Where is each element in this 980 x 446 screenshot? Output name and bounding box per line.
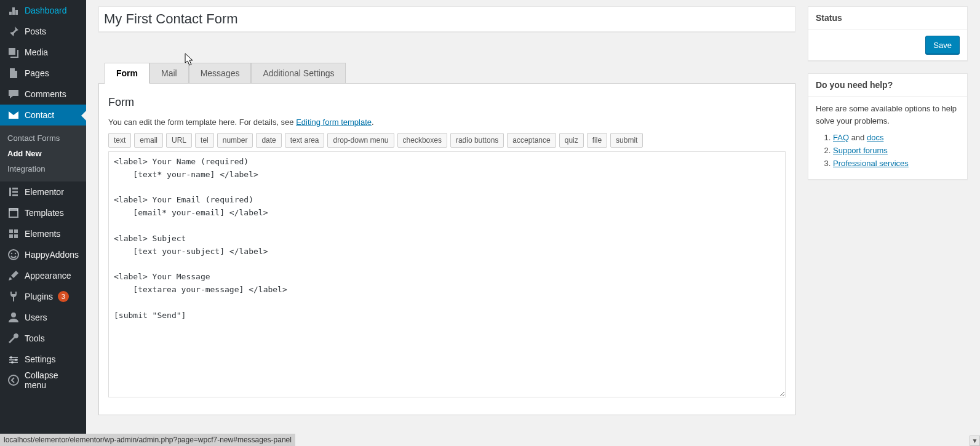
panel-heading: Form xyxy=(108,96,786,109)
sidebar-item-users[interactable]: Users xyxy=(0,307,86,328)
sidebar-item-templates[interactable]: Templates xyxy=(0,202,86,223)
mail-icon xyxy=(7,109,20,121)
sidebar-item-media[interactable]: Media xyxy=(0,42,86,63)
sidebar-item-appearance[interactable]: Appearance xyxy=(0,265,86,286)
faq-link[interactable]: FAQ xyxy=(833,133,849,142)
svg-point-12 xyxy=(15,253,16,254)
sidebar-label-elements: Elements xyxy=(25,229,60,239)
sidebar-item-elements[interactable]: Elements xyxy=(0,223,86,244)
tag-btn-dropdown[interactable]: drop-down menu xyxy=(327,133,394,148)
sidebar-label-collapse: Collapse menu xyxy=(25,370,81,390)
tab-form[interactable]: Form xyxy=(105,63,149,84)
svg-point-11 xyxy=(11,253,12,254)
support-forums-link[interactable]: Support forums xyxy=(833,146,888,155)
sidebar-collapse[interactable]: Collapse menu xyxy=(0,370,86,391)
sidebar-item-contact[interactable]: Contact xyxy=(0,105,86,125)
svg-rect-2 xyxy=(12,191,18,193)
sidebar-item-dashboard[interactable]: Dashboard xyxy=(0,0,86,21)
tag-btn-text[interactable]: text xyxy=(108,133,131,148)
title-container xyxy=(98,6,795,32)
users-icon xyxy=(7,311,20,324)
panel-description: You can edit the form template here. For… xyxy=(108,117,786,127)
sidebar-label-settings: Settings xyxy=(25,354,56,364)
settings-icon xyxy=(7,353,20,365)
status-postbox: Status Save xyxy=(808,6,968,61)
form-title-input[interactable] xyxy=(99,7,795,31)
svg-rect-1 xyxy=(12,188,18,189)
editing-form-template-link[interactable]: Editing form template xyxy=(296,117,372,127)
sidebar-label-media: Media xyxy=(25,47,48,57)
professional-services-link[interactable]: Professional services xyxy=(833,159,909,168)
tab-additional-settings[interactable]: Additional Settings xyxy=(251,63,346,84)
tag-btn-checkboxes[interactable]: checkboxes xyxy=(397,133,447,148)
dashboard-icon xyxy=(7,4,20,17)
sidebar-item-happyaddons[interactable]: HappyAddons xyxy=(0,244,86,265)
svg-point-13 xyxy=(11,313,16,317)
submenu-integration[interactable]: Integration xyxy=(0,161,86,177)
sidebar-item-elementor[interactable]: Elementor xyxy=(0,181,86,202)
help-item-support: Support forums xyxy=(833,146,960,155)
svg-rect-0 xyxy=(9,188,11,196)
svg-rect-5 xyxy=(9,209,18,211)
docs-link[interactable]: docs xyxy=(867,133,883,142)
elementor-icon xyxy=(7,186,20,198)
desc-text-after: . xyxy=(372,117,374,127)
browser-status-bar: localhost/elementor/elementor/wp-admin/a… xyxy=(0,434,295,446)
submenu-contact-forms[interactable]: Contact Forms xyxy=(0,130,86,146)
tag-btn-tel[interactable]: tel xyxy=(195,133,214,148)
sidebar-label-happyaddons: HappyAddons xyxy=(25,250,79,260)
media-icon xyxy=(7,46,20,58)
tag-btn-file[interactable]: file xyxy=(587,133,607,148)
sidebar-label-users: Users xyxy=(25,313,47,322)
page-icon xyxy=(7,67,20,79)
tag-generator-toolbar: text email URL tel number date text area… xyxy=(108,133,786,148)
tag-btn-quiz[interactable]: quiz xyxy=(559,133,584,148)
sidebar-label-plugins: Plugins xyxy=(25,292,53,301)
plugins-update-badge: 3 xyxy=(58,291,69,302)
tag-btn-acceptance[interactable]: acceptance xyxy=(507,133,556,148)
sidebar-submenu-contact: Contact Forms Add New Integration xyxy=(0,125,86,181)
form-template-textarea[interactable] xyxy=(108,151,786,397)
tag-btn-textarea[interactable]: text area xyxy=(285,133,325,148)
help-item-faq: FAQ and docs xyxy=(833,133,960,142)
tag-btn-submit[interactable]: submit xyxy=(610,133,643,148)
tools-icon xyxy=(7,332,20,344)
templates-icon xyxy=(7,207,20,219)
sidebar-label-elementor: Elementor xyxy=(25,187,64,197)
sidebar-label-posts: Posts xyxy=(25,26,46,36)
svg-rect-7 xyxy=(14,229,18,233)
comments-icon xyxy=(7,88,20,100)
form-panel: Form You can edit the form template here… xyxy=(98,83,795,415)
tag-btn-url[interactable]: URL xyxy=(166,133,192,148)
submenu-add-new[interactable]: Add New xyxy=(0,146,86,161)
save-button-side[interactable]: Save xyxy=(925,36,960,54)
sidebar-item-pages[interactable]: Pages xyxy=(0,63,86,84)
collapse-icon xyxy=(7,374,20,386)
scrollbar-down-button[interactable]: ▼ xyxy=(970,436,980,446)
sidebar-item-posts[interactable]: Posts xyxy=(0,21,86,42)
pin-icon xyxy=(7,25,20,38)
sidebar-item-settings[interactable]: Settings xyxy=(0,349,86,370)
svg-rect-8 xyxy=(9,234,13,238)
sidebar-item-comments[interactable]: Comments xyxy=(0,84,86,105)
admin-sidebar: Dashboard Posts Media Pages Comments Con… xyxy=(0,0,86,446)
sidebar-item-plugins[interactable]: Plugins 3 xyxy=(0,286,86,307)
tab-messages[interactable]: Messages xyxy=(189,63,252,84)
sidebar-label-templates: Templates xyxy=(25,208,64,218)
tag-btn-number[interactable]: number xyxy=(217,133,253,148)
help-and-text: and xyxy=(849,133,867,142)
sidebar-label-contact: Contact xyxy=(25,110,54,120)
elements-icon xyxy=(7,228,20,240)
desc-text-before: You can edit the form template here. For… xyxy=(108,117,296,127)
svg-rect-6 xyxy=(9,229,13,233)
tag-btn-email[interactable]: email xyxy=(134,133,163,148)
tag-btn-date[interactable]: date xyxy=(256,133,281,148)
tag-btn-radio[interactable]: radio buttons xyxy=(450,133,504,148)
help-intro: Here are some available options to help … xyxy=(816,103,960,127)
sidebar-item-tools[interactable]: Tools xyxy=(0,328,86,349)
svg-rect-3 xyxy=(12,194,18,196)
status-title: Status xyxy=(808,7,967,30)
svg-point-14 xyxy=(10,356,12,359)
tab-mail[interactable]: Mail xyxy=(149,63,189,84)
sidebar-label-pages: Pages xyxy=(25,68,49,78)
